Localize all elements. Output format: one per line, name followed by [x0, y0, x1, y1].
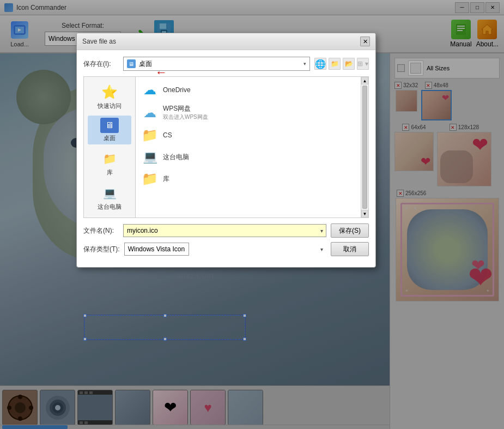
file-item-this-pc[interactable]: 💻 这台电脑 [138, 146, 359, 168]
save-dialog-button[interactable]: 保存(S) [331, 223, 369, 238]
this-pc-icon: 💻 [142, 149, 157, 165]
file-item-library[interactable]: 📁 库 [138, 168, 359, 190]
cs-folder-icon: 📁 [142, 128, 157, 143]
filename-label: 文件名(N): [83, 226, 119, 235]
wps-icon: ☁ [142, 105, 157, 120]
scroll-up-button[interactable]: ▲ [361, 77, 368, 84]
dialog-title: Save file as [82, 38, 360, 45]
onedrive-icon: ☁ [142, 82, 157, 98]
library-folder-icon: 📁 [142, 171, 157, 186]
view-button[interactable]: ⊞ ▾ [357, 58, 369, 70]
nav-library[interactable]: 📁 库 [88, 148, 131, 179]
back-button[interactable]: 🌐 [314, 58, 326, 70]
nav-quick-access[interactable]: ⭐ 快速访问 [88, 81, 131, 112]
dialog-close-button[interactable]: ✕ [360, 37, 370, 46]
desktop-nav-icon: 🖥 [100, 118, 119, 133]
scroll-down-button[interactable]: ▼ [361, 210, 368, 217]
file-list-scrollbar[interactable]: ▲ ▼ [361, 77, 368, 217]
new-folder-button[interactable]: 📂 [343, 58, 355, 70]
nav-desktop[interactable]: 🖥 桌面 [88, 116, 131, 144]
file-item-wps[interactable]: ☁ WPS网盘 双击进入WPS网盘 [138, 101, 359, 124]
nav-this-pc-label: 这台电脑 [98, 203, 122, 211]
file-browser: ⭐ 快速访问 🖥 桌面 📁 库 💻 这台电脑 [83, 76, 369, 218]
library-nav-icon: 📁 [101, 150, 118, 167]
browser-toolbar: 🌐 📁 📂 ⊞ ▾ [314, 58, 369, 70]
dialog-titlebar: Save file as ✕ [77, 33, 375, 50]
location-dropdown-arrow: ▾ [303, 61, 306, 67]
nav-desktop-label: 桌面 [104, 134, 116, 142]
dialog-overlay: Save file as ✕ 保存在(I): 🖥 桌面 ▾ 🌐 📁 📂 ⊞ ▾ [0, 0, 504, 429]
this-pc-name: 这台电脑 [163, 153, 189, 162]
file-item-cs[interactable]: 📁 CS [138, 124, 359, 146]
red-arrow-location-icon: ← [155, 65, 167, 80]
filename-row: 文件名(N): 保存(S) [83, 223, 369, 238]
wps-sub: 双击进入WPS网盘 [163, 113, 208, 121]
cs-name: CS [163, 131, 172, 139]
filename-input[interactable] [123, 224, 326, 237]
save-dialog: Save file as ✕ 保存在(I): 🖥 桌面 ▾ 🌐 📁 📂 ⊞ ▾ [76, 33, 376, 268]
location-row: 保存在(I): 🖥 桌面 ▾ 🌐 📁 📂 ⊞ ▾ ← [83, 57, 369, 71]
dialog-body: 保存在(I): 🖥 桌面 ▾ 🌐 📁 📂 ⊞ ▾ ← [77, 50, 375, 267]
desktop-icon: 🖥 [127, 59, 136, 68]
cancel-dialog-button[interactable]: 取消 [331, 242, 369, 256]
up-button[interactable]: 📁 [329, 58, 341, 70]
location-label: 保存在(I): [83, 59, 119, 69]
nav-network[interactable]: 🌐 网络 [88, 216, 131, 217]
nav-quick-access-label: 快速访问 [98, 102, 122, 110]
filetype-select[interactable]: Windows Vista Icon Windows Icon PNG [124, 243, 189, 256]
file-item-onedrive[interactable]: ☁ OneDrive [138, 79, 359, 101]
filetype-combo-wrap: Windows Vista Icon Windows Icon PNG [124, 243, 326, 256]
left-nav: ⭐ 快速访问 🖥 桌面 📁 库 💻 这台电脑 [84, 77, 136, 217]
location-combo[interactable]: 🖥 桌面 ▾ [123, 57, 310, 71]
onedrive-name: OneDrive [163, 86, 191, 94]
wps-name: WPS网盘 [163, 104, 208, 113]
star-icon: ⭐ [101, 83, 118, 101]
library-name: 库 [163, 174, 169, 184]
this-pc-nav-icon: 💻 [101, 184, 118, 202]
location-value: 桌面 [139, 59, 152, 69]
filetype-row: 保存类型(T): Windows Vista Icon Windows Icon… [83, 242, 369, 256]
filename-combo-wrap [123, 224, 326, 237]
scroll-thumb[interactable] [362, 86, 367, 209]
file-list: ☁ OneDrive ☁ WPS网盘 双击进入WPS网盘 [136, 77, 361, 217]
nav-this-pc[interactable]: 💻 这台电脑 [88, 182, 131, 213]
filetype-label: 保存类型(T): [83, 245, 120, 254]
nav-library-label: 库 [107, 168, 113, 177]
